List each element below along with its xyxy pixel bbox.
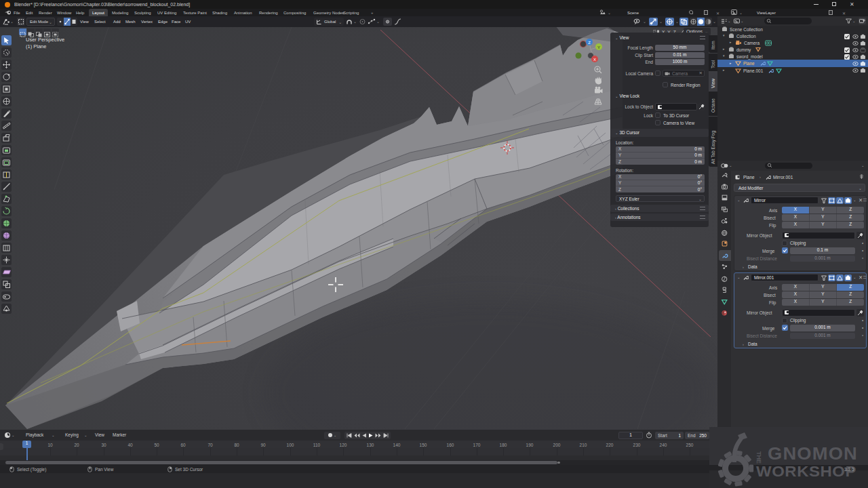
svg-text:THE: THE xyxy=(755,451,763,464)
svg-text:Z: Z xyxy=(588,41,591,45)
svg-text:GNOMON: GNOMON xyxy=(768,444,858,463)
svg-text:X: X xyxy=(593,58,596,62)
svg-text:3.3.0: 3.3.0 xyxy=(844,467,854,472)
svg-text:Y: Y xyxy=(597,45,600,49)
svg-text:WORKSHOP: WORKSHOP xyxy=(756,463,856,480)
